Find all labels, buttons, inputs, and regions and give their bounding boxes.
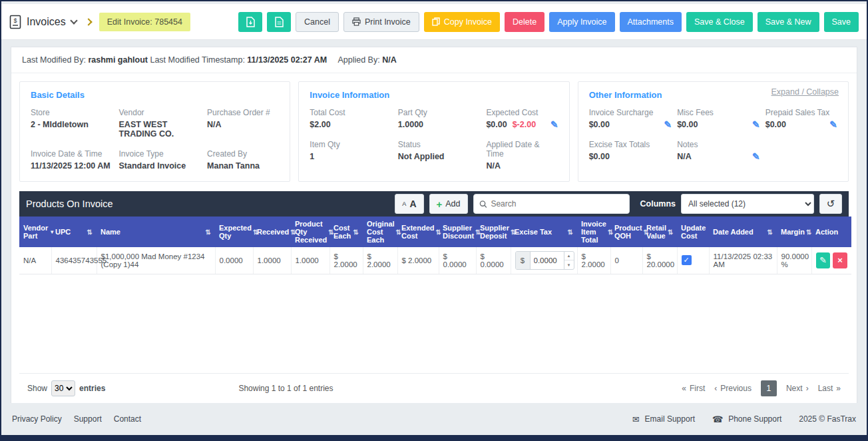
col-invoice-item-total[interactable]: Invoice Item Total⇅ bbox=[577, 217, 610, 247]
previous-page-link[interactable]: ‹Previous bbox=[714, 384, 752, 393]
search-input[interactable] bbox=[491, 199, 623, 209]
cell-product-qoh: 0 bbox=[610, 247, 642, 274]
edit-prepaid-sales-tax-icon[interactable]: ✎ bbox=[829, 120, 837, 129]
col-expected-qty[interactable]: Expected Qty⇅ bbox=[215, 217, 253, 247]
products-title: Products On Invoice bbox=[26, 199, 113, 209]
export-file-button[interactable] bbox=[238, 12, 262, 32]
apply-invoice-button[interactable]: Apply Invoice bbox=[549, 12, 614, 32]
show-label: Show bbox=[27, 384, 47, 393]
edit-notes-icon[interactable]: ✎ bbox=[752, 152, 760, 161]
cell-supplier-discount: $ 0.0000 bbox=[439, 247, 476, 274]
table-header-row: Vendor Part▼ UPC⇅ Name⇅ Expected Qty⇅ Re… bbox=[19, 217, 851, 247]
col-date-added[interactable]: Date Added⇅ bbox=[709, 217, 777, 247]
col-product-qoh[interactable]: Product QOH⇅ bbox=[610, 217, 642, 247]
columns-select[interactable]: All selected (12) bbox=[681, 194, 814, 214]
edit-expected-cost-icon[interactable]: ✎ bbox=[550, 120, 558, 129]
invoice-information-panel: Invoice Information Total Cost $2.00 Par… bbox=[298, 81, 569, 182]
page-size-select[interactable]: 30 bbox=[51, 380, 75, 396]
stepper-down-icon[interactable]: ▼ bbox=[564, 260, 574, 269]
field-total-cost: Total Cost $2.00 bbox=[310, 108, 393, 129]
col-excise-tax[interactable]: Excise Tax⇅ bbox=[511, 217, 577, 247]
field-invoice-surcharge: Invoice Surcharge $0.00 ✎ bbox=[589, 108, 672, 129]
excise-tax-input-group: $ ▲ ▼ bbox=[515, 251, 574, 270]
privacy-policy-link[interactable]: Privacy Policy bbox=[12, 414, 62, 424]
previous-page-icon: ‹ bbox=[714, 384, 717, 393]
excise-tax-stepper[interactable]: ▲ ▼ bbox=[564, 252, 574, 269]
svg-text:$: $ bbox=[13, 17, 17, 24]
first-page-link[interactable]: «First bbox=[682, 384, 705, 393]
copy-invoice-button[interactable]: Copy Invoice bbox=[424, 12, 500, 32]
copy-invoice-label: Copy Invoice bbox=[444, 17, 492, 27]
copy-icon bbox=[432, 17, 440, 26]
col-supplier-deposit[interactable]: Supplier Deposit⇅ bbox=[476, 217, 511, 247]
document-file-button[interactable] bbox=[267, 12, 291, 32]
delete-row-button[interactable]: × bbox=[833, 252, 847, 268]
info-panels: Basic Details Store 2 - MIddletown Vendo… bbox=[11, 73, 857, 189]
invoice-card: Last Modified By: rashmi gahlout Last Mo… bbox=[11, 47, 857, 403]
footer-links: Privacy Policy Support Contact bbox=[12, 414, 141, 424]
save-and-close-button[interactable]: Save & Close bbox=[686, 12, 753, 32]
email-support-link[interactable]: Email Support bbox=[645, 414, 695, 424]
current-page-button[interactable]: 1 bbox=[761, 380, 777, 396]
last-modified-timestamp-value: 11/13/2025 02:27 AM bbox=[247, 55, 327, 65]
basic-details-title: Basic Details bbox=[31, 90, 279, 100]
save-button[interactable]: Save bbox=[824, 12, 859, 32]
cell-product-qty-received: 1.0000 bbox=[291, 247, 329, 274]
window-bottom-strip bbox=[1, 435, 867, 440]
col-received[interactable]: Received⇅ bbox=[253, 217, 291, 247]
add-label: Add bbox=[445, 199, 460, 209]
columns-label: Columns bbox=[640, 199, 676, 209]
field-purchase-order: Purchase Order # N/A bbox=[207, 108, 279, 139]
col-upc[interactable]: UPC⇅ bbox=[51, 217, 97, 247]
first-page-icon: « bbox=[682, 384, 686, 393]
col-update-cost[interactable]: Update Cost bbox=[677, 217, 709, 247]
pagination-summary: Showing 1 to 1 of 1 entries bbox=[238, 384, 333, 393]
col-product-qty-received[interactable]: Product Qty Received⇅ bbox=[291, 217, 329, 247]
col-margin[interactable]: Margin⇅ bbox=[777, 217, 811, 247]
edit-invoice-surcharge-icon[interactable]: ✎ bbox=[664, 120, 672, 129]
table-empty-area bbox=[19, 274, 849, 373]
next-page-icon: › bbox=[806, 384, 809, 393]
phone-support-link[interactable]: Phone Support bbox=[728, 414, 781, 424]
font-size-button[interactable]: A A bbox=[395, 194, 423, 214]
sort-icon: ⇅ bbox=[608, 228, 613, 236]
product-search bbox=[473, 194, 630, 214]
cell-cost-each: $ 2.0000 bbox=[329, 247, 363, 274]
stepper-up-icon[interactable]: ▲ bbox=[564, 252, 574, 261]
edit-misc-fees-icon[interactable]: ✎ bbox=[752, 120, 760, 129]
field-created-by: Created By Manan Tanna bbox=[207, 149, 279, 171]
font-big-icon: A bbox=[409, 199, 416, 209]
contact-link[interactable]: Contact bbox=[114, 414, 141, 424]
col-name[interactable]: Name⇅ bbox=[97, 217, 215, 247]
printer-icon bbox=[352, 17, 361, 26]
col-cost-each[interactable]: Cost Each⇅ bbox=[329, 217, 363, 247]
last-modified-by-value: rashmi gahlout bbox=[88, 55, 148, 65]
excise-tax-input[interactable] bbox=[531, 252, 564, 269]
delete-button[interactable]: Delete bbox=[505, 12, 544, 32]
support-link[interactable]: Support bbox=[74, 414, 102, 424]
next-page-link[interactable]: Next› bbox=[786, 384, 809, 393]
basic-details-panel: Basic Details Store 2 - MIddletown Vendo… bbox=[19, 81, 290, 182]
col-supplier-discount[interactable]: Supplier Discount⇅ bbox=[439, 217, 476, 247]
field-excise-tax-totals: Excise Tax Totals $0.00 bbox=[589, 140, 672, 161]
cancel-button[interactable]: Cancel bbox=[296, 12, 339, 32]
add-product-button[interactable]: + Add bbox=[429, 194, 468, 214]
sort-icon: ⇅ bbox=[806, 228, 811, 236]
attachments-button[interactable]: Attachments bbox=[620, 12, 682, 32]
cell-update-cost: ✓ bbox=[677, 247, 709, 274]
chevron-down-icon[interactable] bbox=[70, 17, 77, 24]
sort-icon: ⇅ bbox=[206, 228, 211, 236]
main-content: Last Modified By: rashmi gahlout Last Mo… bbox=[1, 40, 867, 403]
cell-expected-qty: 0.0000 bbox=[215, 247, 253, 274]
reset-table-button[interactable]: ↺ bbox=[819, 194, 842, 214]
expand-collapse-link[interactable]: Expand / Collapse bbox=[771, 87, 839, 97]
notes-value: N/A bbox=[677, 152, 692, 161]
update-cost-checkbox[interactable]: ✓ bbox=[682, 255, 692, 265]
col-extended-cost[interactable]: Extended Cost⇅ bbox=[397, 217, 439, 247]
print-invoice-button[interactable]: Print Invoice bbox=[343, 12, 419, 32]
save-and-new-button[interactable]: Save & New bbox=[758, 12, 819, 32]
col-vendor-part[interactable]: Vendor Part▼ bbox=[19, 217, 51, 247]
edit-row-button[interactable]: ✎ bbox=[816, 252, 831, 268]
last-page-link[interactable]: Last» bbox=[818, 384, 841, 393]
col-original-cost-each[interactable]: Original Cost Each⇅ bbox=[363, 217, 397, 247]
